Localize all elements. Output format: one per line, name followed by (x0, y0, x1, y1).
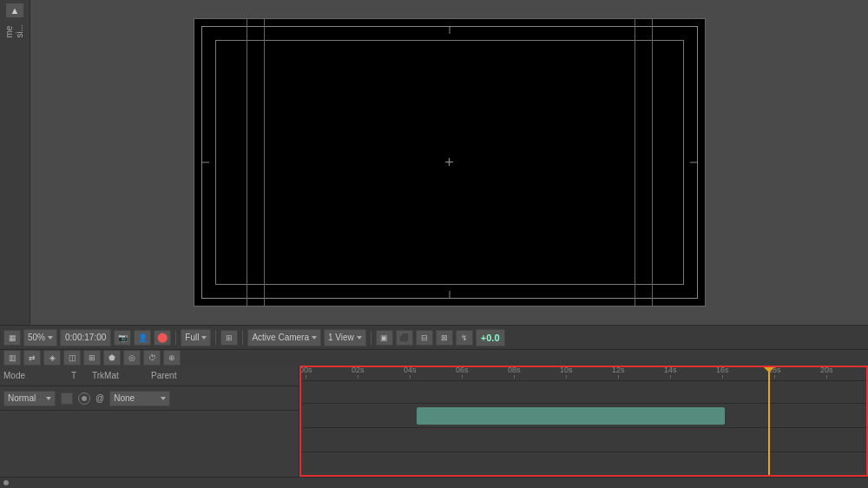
value-text: +0.0 (481, 333, 500, 343)
camera-view-dropdown[interactable]: Active Camera (247, 329, 321, 346)
playhead[interactable] (768, 366, 770, 477)
ruler-mark: 06s (456, 366, 469, 379)
camera-view-label: Active Camera (252, 333, 309, 342)
viewer-area: + (30, 0, 868, 325)
timeline: ▥ ⇄ ◈ ◫ ⊞ ⬟ ◎ ⏱ (0, 349, 868, 488)
viewer-options-btn[interactable]: ▦ (3, 330, 21, 346)
ruler-mark: 02s (352, 366, 365, 379)
value-display: +0.0 (476, 329, 505, 346)
layer-row: Normal @ None (0, 386, 299, 411)
panel-icon: ▥ (9, 353, 16, 362)
mode-select[interactable]: Normal (3, 391, 56, 406)
mode-chevron-icon (46, 397, 51, 400)
sidebar-collapse-btn[interactable]: ▲ (6, 3, 23, 17)
3d-icon: ◫ (69, 353, 76, 362)
ruler-mark: 20s (820, 366, 833, 379)
vguide-left1 (247, 19, 247, 306)
motion2-icon: ⊕ (168, 353, 175, 362)
person-icon-btn[interactable]: 👤 (134, 330, 151, 346)
grid-icon-btn[interactable]: ⊞ (220, 330, 238, 346)
crosshair: + (444, 155, 454, 170)
clock-btn[interactable]: ⏱ (143, 350, 161, 366)
camera-icon: 📷 (118, 333, 128, 342)
sep2 (215, 331, 216, 345)
ruler-tick (670, 375, 671, 379)
grid-icon: ⊞ (226, 333, 233, 342)
solo-icon: ◈ (49, 353, 56, 362)
mode-value: Normal (8, 393, 36, 403)
expand-dot (3, 480, 9, 485)
parent-select[interactable]: None (109, 391, 170, 406)
layout-icon: ⊟ (421, 333, 428, 342)
solo-btn[interactable]: ◈ (43, 350, 61, 366)
sep1 (175, 331, 176, 345)
timeline-tools: ⇄ ◈ ◫ ⊞ ⬟ ◎ ⏱ ⊕ (23, 350, 181, 366)
comp-flow-btn[interactable]: ⇄ (23, 350, 41, 366)
track-row-3 (299, 452, 868, 477)
ruler-mark: 00s (299, 366, 312, 379)
track-row-empty (299, 381, 868, 404)
shape-btn[interactable]: ⬟ (103, 350, 121, 366)
3d-btn[interactable]: ◫ (63, 350, 81, 366)
col-parent-header: Parent (151, 371, 220, 380)
ruler-mark: 14s (664, 366, 677, 379)
ruler-mark: 10s (560, 366, 573, 379)
layout2-btn[interactable]: ⊠ (436, 330, 453, 346)
color-icon-btn[interactable]: ⬤ (154, 330, 171, 346)
motion2-btn[interactable]: ⊕ (163, 350, 181, 366)
view-toggle-icon: ▣ (380, 333, 388, 342)
ruler-tick (306, 375, 306, 379)
render-frame-btn[interactable]: ⬛ (396, 330, 413, 346)
timeline-left-panel: Mode T TrkMat Parent Normal @ (0, 366, 299, 477)
viewer-icon: ▦ (9, 333, 16, 342)
camera-view-chevron-icon (312, 336, 317, 340)
quality-value: Full (185, 333, 199, 342)
ruler-tick (358, 375, 358, 379)
parent-label: @ (95, 393, 104, 403)
render-frame-icon: ⬛ (399, 333, 409, 342)
ruler-tick (618, 375, 619, 379)
guide-tick-bottom (449, 291, 450, 298)
sep3 (242, 331, 243, 345)
sidebar-label: me si... (4, 24, 25, 38)
guide-tick-right (690, 162, 697, 163)
camera-icon-btn[interactable]: 📷 (114, 330, 131, 346)
ruler-tick (722, 375, 723, 379)
timecode-display[interactable]: 0:00:17:00 (60, 329, 111, 346)
track-area (299, 381, 868, 477)
col-trkmat-header: TrkMat (92, 371, 144, 380)
parent-value: None (114, 393, 135, 403)
timecode-value: 0:00:17:00 (65, 333, 106, 342)
quality-chevron-icon (201, 336, 207, 340)
comp-flow-icon: ⇄ (29, 353, 36, 362)
effect-btn[interactable]: ◎ (123, 350, 141, 366)
ruler-tick (514, 375, 515, 379)
timeline-right-panel[interactable]: 00s 02s 04s 06s 08s 10s 12s 14s (299, 366, 868, 477)
view-layout-dropdown[interactable]: 1 View (324, 329, 366, 346)
view-toggle-btn[interactable]: ▣ (376, 330, 393, 346)
t-switch[interactable] (61, 392, 73, 405)
effect-icon: ◎ (128, 353, 135, 362)
vguide-right2 (652, 19, 653, 306)
ruler-tick (462, 375, 463, 379)
timeline-col-headers: Mode T TrkMat Parent (0, 366, 299, 386)
motion-btn[interactable]: ↯ (456, 330, 473, 346)
panel-icon-btn[interactable]: ▥ (3, 350, 21, 366)
layout-btn[interactable]: ⊟ (416, 330, 433, 346)
ruler-label: 12s (612, 366, 625, 374)
timeline-main: Mode T TrkMat Parent Normal @ (0, 366, 868, 477)
ruler-mark: 16s (716, 366, 729, 379)
ruler-label: 10s (560, 366, 573, 374)
viewport[interactable]: + (194, 18, 706, 307)
guide-tick-top (449, 27, 450, 34)
ruler-tick (566, 375, 567, 379)
zoom-chevron-icon (48, 336, 53, 340)
track-bar[interactable] (417, 407, 725, 425)
zoom-value: 50% (28, 333, 45, 342)
guide-tick-left (202, 162, 209, 163)
color-wheel-icon: ⬤ (157, 332, 168, 343)
track-row-2 (299, 428, 868, 452)
switch-btn[interactable]: ⊞ (83, 350, 101, 366)
quality-dropdown[interactable]: Full (181, 329, 211, 346)
zoom-dropdown[interactable]: 50% (23, 329, 57, 346)
